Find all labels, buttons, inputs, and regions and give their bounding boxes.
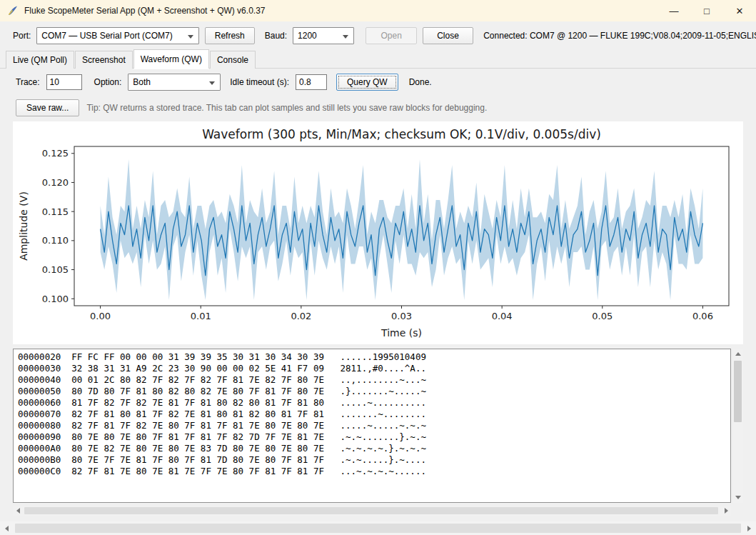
svg-text:Time (s): Time (s): [380, 327, 422, 339]
horizontal-scrollbar-thumb[interactable]: [15, 524, 741, 533]
svg-text:0.105: 0.105: [42, 264, 69, 275]
tab-bar: Live (QM Poll) Screenshot Waveform (QW) …: [0, 50, 756, 69]
option-combobox[interactable]: Both: [128, 74, 221, 91]
baud-combobox-value: 1200: [298, 31, 317, 41]
window-horizontal-scrollbar[interactable]: [0, 521, 756, 535]
open-port-button[interactable]: Open: [366, 27, 416, 44]
close-port-button[interactable]: Close: [423, 27, 473, 44]
port-label: Port:: [13, 31, 31, 41]
window-title: Fluke ScopeMeter Serial App (QM + Screen…: [24, 6, 265, 16]
minimize-button[interactable]: —: [657, 0, 690, 21]
scroll-up-arrow-icon[interactable]: [732, 349, 743, 359]
svg-text:Waveform (300 pts, Min/Max; ch: Waveform (300 pts, Min/Max; checksum OK;…: [202, 127, 601, 141]
baud-label: Baud:: [265, 31, 287, 41]
scroll-right-arrow-icon[interactable]: [742, 521, 756, 535]
query-qw-button[interactable]: Query QW: [336, 74, 398, 91]
app-icon: [7, 5, 19, 16]
maximize-button[interactable]: □: [690, 0, 723, 21]
svg-text:0.06: 0.06: [692, 311, 713, 321]
svg-text:0.120: 0.120: [42, 177, 69, 188]
svg-text:0.04: 0.04: [492, 311, 513, 321]
trace-label: Trace:: [16, 77, 40, 87]
option-label: Option:: [94, 77, 122, 87]
tab-live-qm-poll[interactable]: Live (QM Poll): [6, 51, 74, 69]
idle-timeout-input[interactable]: [296, 74, 327, 90]
port-combobox-value: COM7 — USB Serial Port (COM7): [41, 31, 172, 41]
qw-status: Done.: [409, 77, 432, 87]
idle-timeout-label: Idle timeout (s):: [230, 77, 289, 87]
horizontal-scrollbar-thumb[interactable]: [24, 507, 718, 514]
window-controls: — □ ✕: [657, 0, 756, 21]
scroll-down-arrow-icon[interactable]: [732, 492, 743, 503]
tab-screenshot[interactable]: Screenshot: [75, 51, 133, 69]
scroll-right-arrow-icon[interactable]: [721, 506, 731, 516]
hex-dump[interactable]: 00000020 FF FC FF 00 00 00 31 39 39 35 3…: [14, 349, 730, 479]
connection-toolbar: Port: COM7 — USB Serial Port (COM7) Refr…: [0, 26, 756, 46]
tab-waveform-qw[interactable]: Waveform (QW): [133, 49, 209, 69]
svg-text:0.115: 0.115: [42, 206, 69, 217]
svg-text:0.110: 0.110: [42, 235, 69, 246]
app-window: Fluke ScopeMeter Serial App (QM + Screen…: [0, 0, 756, 535]
chevron-down-icon: [188, 35, 193, 39]
chevron-down-icon: [343, 35, 348, 39]
svg-text:Amplitude (V): Amplitude (V): [18, 191, 29, 261]
svg-text:0.125: 0.125: [42, 148, 69, 159]
qw-controls-row: Trace: Option: Both Idle timeout (s): Qu…: [0, 73, 756, 91]
port-combobox[interactable]: COM7 — USB Serial Port (COM7): [36, 27, 198, 44]
hex-vertical-scrollbar[interactable]: [732, 349, 743, 503]
svg-text:0.01: 0.01: [191, 311, 211, 321]
chevron-down-icon: [209, 81, 215, 85]
save-raw-row: Save raw... Tip: QW returns a stored tra…: [0, 99, 756, 117]
hex-horizontal-scrollbar[interactable]: [13, 506, 731, 516]
scroll-left-arrow-icon[interactable]: [0, 521, 14, 535]
hex-dump-box[interactable]: 00000020 FF FC FF 00 00 00 31 39 39 35 3…: [13, 349, 731, 503]
svg-text:0.03: 0.03: [391, 311, 412, 321]
title-bar: Fluke ScopeMeter Serial App (QM + Screen…: [0, 0, 756, 21]
option-combobox-value: Both: [133, 77, 151, 87]
vertical-scrollbar-thumb[interactable]: [734, 361, 742, 422]
svg-text:0.100: 0.100: [42, 294, 69, 304]
save-raw-button[interactable]: Save raw...: [16, 99, 79, 116]
refresh-button[interactable]: Refresh: [205, 27, 255, 44]
tab-console[interactable]: Console: [210, 51, 256, 69]
svg-text:0.00: 0.00: [90, 311, 111, 321]
scroll-left-arrow-icon[interactable]: [13, 506, 23, 516]
close-window-button[interactable]: ✕: [723, 0, 756, 21]
svg-text:0.05: 0.05: [592, 311, 613, 321]
connection-status: Connected: COM7 @ 1200 — FLUKE 199C;V08.…: [483, 31, 756, 41]
baud-combobox[interactable]: 1200: [293, 27, 354, 44]
trace-input[interactable]: [46, 74, 82, 90]
waveform-chart: 0.000.010.020.030.040.050.060.1000.1050.…: [13, 121, 743, 344]
svg-text:0.02: 0.02: [291, 311, 311, 321]
qw-tip-text: Tip: QW returns a stored trace. This tab…: [86, 103, 487, 113]
